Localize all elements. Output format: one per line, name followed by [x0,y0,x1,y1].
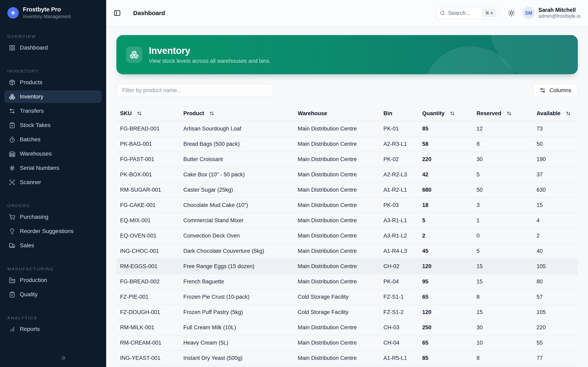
table-body: FG-BREAD-001Artisan Sourdough LoafMain D… [116,121,578,366]
sort-icon [504,111,509,116]
cell-quantity: 5 [419,217,473,224]
sort-icon [563,111,568,116]
table-row[interactable]: FG-BREAD-001Artisan Sourdough LoafMain D… [116,121,578,137]
sidebar-item-production[interactable]: Production [4,274,102,286]
sidebar-item-stock-takes[interactable]: Stock Takes [4,119,102,132]
theme-toggle-button[interactable] [506,8,517,18]
table-row[interactable]: FG-CAKE-001Chocolate Mud Cake (10")Main … [116,198,578,213]
table-row[interactable]: RM-MILK-001Full Cream Milk (10L)Main Dis… [116,320,578,335]
sidebar-item-label: Reorder Suggestions [20,228,73,234]
table-row[interactable]: FG-BREAD-002French BaguetteMain Distribu… [116,274,578,290]
cell-reserved: 15 [473,309,533,315]
column-header-available[interactable]: Available [533,110,578,117]
cell-available: 77 [533,355,578,361]
cell-bin: A2-R3-L1 [380,141,419,147]
cell-product: Convection Deck Oven [180,233,294,239]
table-row[interactable]: EQ-OVEN-001Convection Deck OvenMain Dist… [116,228,578,244]
panel-left-icon [113,9,121,17]
cell-bin: A2-R2-L3 [380,171,419,178]
sidebar-item-sales[interactable]: Sales [4,239,102,252]
cell-warehouse: Main Distribution Centre [294,233,380,239]
cell-quantity: 85 [419,125,473,132]
shopping-cart-icon [9,214,15,220]
cell-reserved: 0 [473,233,533,239]
cell-sku: FG-PAST-001 [116,156,180,162]
column-header-product[interactable]: Product [180,110,294,117]
page-title: Dashboard [133,9,165,17]
sort-icon [134,111,139,116]
topbar: Dashboard Search... ⌘ K SM Sarah Mitchel… [106,0,588,26]
cell-sku: FG-CAKE-001 [116,202,180,208]
table-row[interactable]: EQ-MIX-001Commercial Stand MixerMain Dis… [116,213,578,228]
sidebar-item-reorder-suggestions[interactable]: Reorder Suggestions [4,225,102,238]
sidebar-item-batches[interactable]: Batches [4,133,102,146]
cell-sku: ING-CHOC-001 [116,248,180,254]
cell-product: Instant Dry Yeast (500g) [180,355,294,361]
sidebar-item-scanner[interactable]: Scanner [4,176,102,189]
sidebar-item-products[interactable]: Products [4,76,102,89]
filter-placeholder: Filter by product name... [122,87,182,94]
cell-product: Chocolate Mud Cake (10") [180,202,294,208]
cell-sku: FG-BREAD-002 [116,278,180,285]
sort-icon [447,111,452,116]
search-input[interactable]: Search... ⌘ K [435,7,499,19]
sidebar-section-label: MANUFACTURING [7,267,106,271]
cell-product: Caster Sugar (25kg) [180,187,294,193]
search-icon [440,10,445,16]
avatar: SM [522,7,535,19]
cell-bin: CH-03 [380,324,419,331]
sidebar-item-label: Warehouses [20,150,52,157]
cell-quantity: 65 [419,340,473,346]
factory-icon [9,277,15,284]
column-header-sku[interactable]: SKU [116,110,180,117]
table-row[interactable]: RM-CREAM-001Heavy Cream (5L)Main Distrib… [116,335,578,351]
cell-product: Bread Bags (500 pack) [180,141,294,147]
cell-sku: PK-BOX-001 [116,171,180,178]
cell-warehouse: Main Distribution Centre [294,125,380,132]
sidebar-item-warehouses[interactable]: Warehouses [4,147,102,160]
table-row[interactable]: FZ-PIE-001Frozen Pie Crust (10-pack)Cold… [116,290,578,305]
cell-sku: EQ-OVEN-001 [116,233,180,239]
cell-warehouse: Main Distribution Centre [294,171,380,178]
cell-bin: FZ-S1-1 [380,294,419,300]
sidebar-toggle-button[interactable] [112,8,122,18]
user-email: admin@frostbyte.io [538,13,581,19]
sidebar-item-serial-numbers[interactable]: Serial Numbers [4,162,102,174]
sidebar-item-quality[interactable]: Quality [4,288,102,301]
column-header-warehouse: Warehouse [294,110,380,117]
sidebar-item-purchasing[interactable]: Purchasing [4,211,102,223]
table-row[interactable]: FG-PAST-001Butter CroissantMain Distribu… [116,152,578,167]
cell-available: 50 [533,141,578,147]
cell-warehouse: Main Distribution Centre [294,278,380,285]
sidebar-item-reports[interactable]: Reports [4,323,102,335]
cell-warehouse: Cold Storage Facility [294,309,380,315]
cell-reserved: 50 [473,187,533,193]
cell-sku: EQ-MIX-001 [116,217,180,224]
sidebar-item-transfers[interactable]: Transfers [4,105,102,117]
table-row[interactable]: ING-CHOC-001Dark Chocolate Couverture (5… [116,244,578,259]
cell-quantity: 58 [419,141,473,147]
sidebar-section-label: ORDERS [7,203,106,208]
table-row[interactable]: RM-EGGS-001Free Range Eggs (15 dozen)Mai… [116,259,578,274]
truck-icon [9,242,15,249]
table-row[interactable]: PK-BOX-001Cake Box (10" - 50 pack)Main D… [116,167,578,183]
table-row[interactable]: FZ-DOUGH-001Frozen Puff Pastry (5kg)Cold… [116,305,578,320]
table-row[interactable]: PK-BAG-001Bread Bags (500 pack)Main Dist… [116,137,578,152]
sidebar-item-inventory[interactable]: Inventory [4,90,102,103]
cell-available: 630 [533,187,578,193]
sidebar-item-label: Serial Numbers [20,165,59,171]
sidebar-item-dashboard[interactable]: Dashboard [4,42,102,54]
cell-warehouse: Main Distribution Centre [294,217,380,224]
table-row[interactable]: RM-SUGAR-001Caster Sugar (25kg)Main Dist… [116,183,578,198]
boxes-icon [126,47,142,63]
filter-input[interactable]: Filter by product name... [116,83,274,97]
cell-quantity: 680 [419,187,473,193]
cell-bin: A1-R5-L1 [380,355,419,361]
column-header-quantity[interactable]: Quantity [419,110,473,117]
user-menu[interactable]: SM Sarah Mitchell admin@frostbyte.io [522,7,581,19]
cell-available: 105 [533,309,578,315]
column-header-reserved[interactable]: Reserved [473,110,533,117]
cell-warehouse: Main Distribution Centre [294,355,380,361]
table-row[interactable]: ING-YEAST-001Instant Dry Yeast (500g)Mai… [116,351,578,366]
columns-button[interactable]: Columns [533,83,578,97]
